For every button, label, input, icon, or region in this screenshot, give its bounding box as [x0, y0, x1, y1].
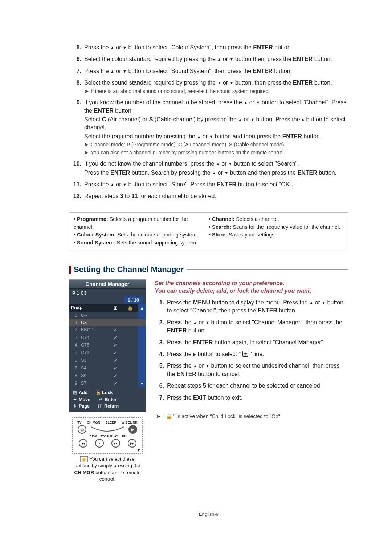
osd-paging: 1 / 10 [69, 297, 146, 304]
down-icon: ▼ [123, 69, 127, 73]
remote-arc [91, 425, 124, 433]
step-body: Press the ▶ button to select " " line. [167, 350, 348, 359]
step-body: Repeat steps 5 for each channel to be se… [167, 382, 348, 391]
remote-fragment: TV CH MGR SLEEP WISELINK ⏻ ▶ REW STOP PL… [72, 417, 143, 454]
section-heading: Setting the Channel Manager [69, 265, 348, 274]
row-index: 9 [69, 380, 79, 387]
scroll-down-icon: ▾ [138, 380, 146, 387]
rew-button[interactable]: ◂◂ [79, 439, 87, 448]
down-icon: ▼ [322, 300, 326, 305]
osd-legend: ⊞Add 🔒Lock ✦Move ↵Enter ⇕Page ◫Return [69, 387, 146, 412]
row-locked [122, 326, 138, 334]
row-index: 0 [69, 312, 79, 319]
up-icon: ▲ [212, 171, 216, 175]
step-body: Press the ENTER button again, to select … [167, 339, 348, 347]
scroll-track [138, 319, 146, 326]
right-icon: ▶ [193, 352, 196, 356]
down-icon: ▼ [224, 171, 228, 175]
step-line: Select the sound standard required by pr… [84, 79, 348, 87]
remote-note: ☝You can select these options by simply … [73, 456, 142, 482]
step-note: ➤Channel mode: P (Programme mode), C (Ai… [84, 141, 348, 149]
row-added: ✓ [109, 380, 122, 387]
row-added: ✓ [109, 357, 122, 364]
play-button[interactable]: ▸▪ [111, 439, 120, 448]
osd-row: 7S4✓ [69, 364, 146, 372]
up-icon: ▲ [216, 162, 220, 166]
osd-row: 6S3✓ [69, 357, 146, 364]
step-body: Press the ▲ or ▼ button to select "Sound… [84, 67, 348, 76]
step-body: Repeat steps 3 to 11 for each channel to… [84, 192, 348, 201]
row-locked [122, 334, 138, 341]
up-icon: ▲ [110, 182, 114, 187]
step: 5.Press the ▲ or ▼ button to select the … [155, 362, 348, 379]
step-line: If you know the number of the channel to… [84, 98, 348, 115]
step: 3.Press the ENTER button again, to selec… [155, 339, 348, 347]
step-number: 8. [69, 79, 81, 96]
remote-label-p: P [75, 448, 140, 452]
step-line: Select the required number by pressing t… [84, 133, 348, 141]
osd-current: P 1 C3 [69, 289, 146, 297]
col-add-icon: ⊞ [109, 304, 122, 312]
osd-row: 1C3 [69, 319, 146, 326]
up-icon: ▲ [110, 69, 114, 73]
step-note: ➤You can also set a channel number by pr… [84, 149, 348, 157]
step: 1.Press the MENU button to display the m… [155, 299, 348, 316]
scroll-track [138, 312, 146, 319]
page-footer: English-9 [69, 511, 348, 517]
step-note: ➤If there is an abnormal sound or no sou… [84, 88, 348, 95]
heading-title: Setting the Channel Manager [74, 265, 184, 274]
step-line: Repeat steps 5 for each channel to be se… [167, 382, 348, 390]
scroll-track [138, 326, 146, 334]
step-number: 6. [69, 55, 81, 64]
definition-item: Store: Saves your settings. [209, 231, 344, 239]
step-line: If you do not know the channel numbers, … [84, 160, 348, 168]
step-line: Press the ▲ or ▼ button to select "Chann… [167, 319, 348, 335]
up-icon: ▲ [193, 320, 197, 325]
row-locked [122, 372, 138, 380]
scroll-track [138, 372, 146, 380]
step: 7.Press the ▲ or ▼ button to select "Sou… [69, 67, 348, 76]
osd-row: 2BBC 1✓ [69, 326, 146, 334]
definitions-left: Programme: Selects a program number for … [74, 215, 209, 247]
definitions-box: Programme: Selects a program number for … [69, 212, 348, 250]
step-line: Press the MENU button to display the men… [167, 299, 348, 315]
remote-label-play: PLAY [110, 434, 118, 438]
stop-button[interactable]: ▪ [95, 439, 104, 448]
ff-button[interactable]: ▸▸ [128, 439, 136, 448]
step-body: Press the ▲ or ▼ button to select the un… [167, 362, 348, 379]
step: 8.Select the sound standard required by … [69, 79, 348, 96]
row-locked [122, 319, 138, 326]
instruction-steps-2: 1.Press the MENU button to display the m… [155, 299, 348, 403]
lock-note: ➤ " 🔒 " is active when "Child Lock" is s… [156, 413, 348, 419]
row-added: ✓ [109, 334, 122, 341]
step-number: 4. [155, 350, 164, 359]
heading-marker [69, 266, 71, 274]
step-body: Select the colour standard required by p… [84, 55, 348, 64]
step-number: 7. [155, 394, 164, 403]
wiselink-button[interactable]: ▶ [128, 425, 137, 434]
osd-row: 9S7✓▾ [69, 380, 146, 387]
definition-item: Search: Scans for the frequency value fo… [209, 223, 344, 231]
step-line: Select C (Air channel) or S (Cable chann… [84, 116, 348, 132]
row-added [109, 312, 122, 319]
row-index: 8 [69, 372, 79, 380]
step: 2.Press the ▲ or ▼ button to select "Cha… [155, 319, 348, 336]
step-line: Repeat steps 3 to 11 for each channel to… [84, 192, 348, 200]
down-icon: ▼ [209, 134, 213, 139]
tv-button[interactable]: ⏻ [78, 425, 86, 434]
note-arrow-icon: ➤ [84, 149, 89, 157]
move-icon: ✦ [72, 396, 77, 403]
step-body: Select the sound standard required by pr… [84, 79, 348, 96]
up-icon: ▲ [217, 81, 221, 85]
row-locked [122, 349, 138, 357]
step: 10.If you do not know the channel number… [69, 160, 348, 178]
step: 6.Select the colour standard required by… [69, 55, 348, 64]
row-index: 2 [69, 326, 79, 334]
osd-title: Channel Manager [69, 280, 146, 289]
down-icon: ▼ [229, 81, 233, 85]
down-icon: ▼ [228, 162, 232, 166]
osd-row: 4C75✓ [69, 341, 146, 349]
instruction-steps: 5.Press the ▲ or ▼ button to select "Col… [69, 44, 348, 201]
step: 9.If you know the number of the channel … [69, 98, 348, 157]
row-added: ✓ [109, 349, 122, 357]
